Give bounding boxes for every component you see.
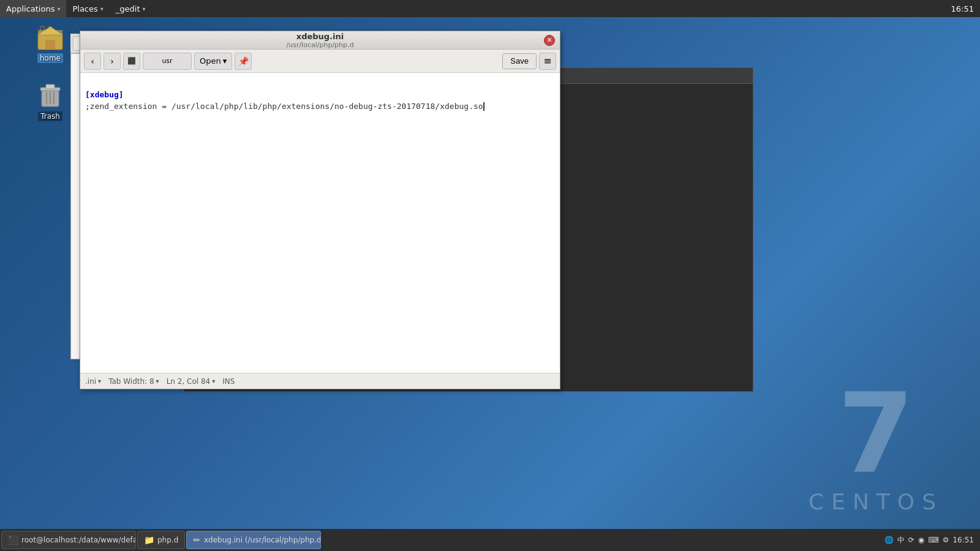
- places-label: Places: [72, 4, 97, 13]
- tab-width-arrow: ▾: [156, 378, 159, 384]
- gedit-taskbar-icon: ✏: [193, 535, 200, 545]
- top-panel: Applications ▾ Places ▾ _gedit ▾ 16:51: [0, 0, 980, 17]
- sys-tray-keyboard-icon: ⌨: [928, 536, 938, 544]
- location-toolbar-btn[interactable]: usr: [143, 53, 192, 70]
- gedit-close-btn[interactable]: ✕: [544, 35, 555, 46]
- refresh-toolbar-btn[interactable]: ⬛: [123, 53, 140, 70]
- desktop-icon-home[interactable]: home: [26, 21, 75, 63]
- svg-rect-2: [38, 30, 62, 35]
- home-icon-label: home: [37, 53, 63, 63]
- top-panel-right: 16:51: [951, 4, 980, 13]
- phpd-taskbar-icon: 📁: [144, 535, 154, 545]
- applications-label: Applications: [6, 4, 55, 13]
- open-btn-arrow: ▾: [223, 56, 227, 66]
- gedit-menu[interactable]: _gedit ▾: [110, 0, 152, 17]
- taskbar: ⬛ root@localhost:/data/www/defau... 📁 ph…: [0, 529, 980, 551]
- gedit-titlebar: xdebug.ini /usr/local/php/php.d ✕: [80, 31, 560, 50]
- gedit-toolbar: ‹ › ⬛ usr Open ▾ 📌 Save ≡: [80, 50, 560, 73]
- save-btn[interactable]: Save: [502, 53, 537, 69]
- taskbar-gedit-label: xdebug.ini (/usr/local/php/php.d) -...: [204, 536, 321, 544]
- taskbar-item-phpd[interactable]: 📁 php.d: [137, 531, 185, 549]
- sys-tray-globe-icon: 🌐: [884, 536, 894, 544]
- taskbar-terminal-label: root@localhost:/data/www/defau...: [21, 536, 136, 544]
- trash-icon-label: Trash: [38, 111, 62, 121]
- gedit-title-sub: /usr/local/php/php.d: [286, 41, 353, 49]
- position-arrow: ▾: [212, 378, 215, 384]
- sys-tray-dot-icon: ◉: [918, 536, 924, 544]
- trash-folder-icon: [36, 80, 65, 109]
- applications-arrow: ▾: [57, 6, 60, 12]
- cursor: [483, 102, 484, 111]
- sys-tray-gear-icon: ⚙: [943, 536, 949, 544]
- editor-line2: ;zend_extension = /usr/local/php/lib/php…: [85, 102, 483, 111]
- taskbar-phpd-label: php.d: [157, 536, 178, 544]
- sys-tray-chinese-icon: 中: [897, 535, 905, 545]
- file-type-label: .ini: [85, 377, 96, 386]
- tab-width-label: Tab Width: 8: [108, 377, 154, 386]
- home-folder-icon: [36, 21, 65, 51]
- desktop: Applications ▾ Places ▾ _gedit ▾ 16:51: [0, 0, 980, 551]
- taskbar-time: 16:51: [952, 536, 974, 544]
- taskbar-item-terminal[interactable]: ⬛ root@localhost:/data/www/defau...: [1, 531, 136, 549]
- insert-mode-status: INS: [222, 377, 235, 386]
- top-panel-left: Applications ▾ Places ▾ _gedit ▾: [0, 0, 152, 17]
- gedit-label: _gedit: [116, 4, 140, 13]
- position-status[interactable]: Ln 2, Col 84 ▾: [167, 377, 216, 386]
- editor-line1: [xdebug]: [85, 90, 124, 99]
- taskbar-right: 🌐 中 ⟳ ◉ ⌨ ⚙ 16:51: [884, 535, 979, 545]
- gedit-title-main: xdebug.ini: [286, 32, 353, 41]
- svg-rect-1: [45, 40, 55, 50]
- tab-width-status[interactable]: Tab Width: 8 ▾: [108, 377, 159, 386]
- taskbar-item-gedit[interactable]: ✏ xdebug.ini (/usr/local/php/php.d) -...: [186, 531, 321, 549]
- save-btn-label: Save: [510, 56, 529, 66]
- centos-text: CENTOS: [809, 489, 943, 514]
- open-btn-label: Open: [200, 56, 221, 66]
- svg-rect-5: [46, 84, 55, 89]
- sys-tray: 🌐 中 ⟳ ◉ ⌨ ⚙ 16:51: [884, 535, 974, 545]
- gedit-arrow: ▾: [143, 6, 146, 12]
- centos-watermark: 7 CENTOS: [809, 379, 943, 514]
- panel-time: 16:51: [951, 4, 974, 13]
- gedit-statusbar: .ini ▾ Tab Width: 8 ▾ Ln 2, Col 84 ▾ INS: [80, 373, 560, 389]
- places-menu[interactable]: Places ▾: [66, 0, 109, 17]
- desktop-icon-trash[interactable]: Trash: [26, 80, 75, 121]
- open-btn[interactable]: Open ▾: [194, 53, 232, 70]
- places-arrow: ▾: [100, 6, 104, 12]
- insert-mode-label: INS: [222, 377, 235, 386]
- gedit-title: xdebug.ini /usr/local/php/php.d: [286, 32, 353, 49]
- terminal-taskbar-icon: ⬛: [8, 535, 18, 545]
- nav-forward-toolbar-btn[interactable]: ›: [104, 53, 121, 70]
- position-label: Ln 2, Col 84: [167, 377, 211, 386]
- pin-btn[interactable]: 📌: [235, 53, 252, 70]
- sys-tray-refresh-icon: ⟳: [908, 536, 914, 544]
- centos-number: 7: [809, 379, 943, 489]
- file-type-arrow: ▾: [98, 378, 101, 384]
- applications-menu[interactable]: Applications ▾: [0, 0, 66, 17]
- gedit-editor[interactable]: [xdebug] ;zend_extension = /usr/local/ph…: [80, 73, 560, 373]
- menu-btn[interactable]: ≡: [539, 53, 556, 70]
- gedit-window: xdebug.ini /usr/local/php/php.d ✕ ‹ › ⬛ …: [80, 31, 560, 389]
- file-type-status[interactable]: .ini ▾: [85, 377, 101, 386]
- nav-back-toolbar-btn[interactable]: ‹: [84, 53, 101, 70]
